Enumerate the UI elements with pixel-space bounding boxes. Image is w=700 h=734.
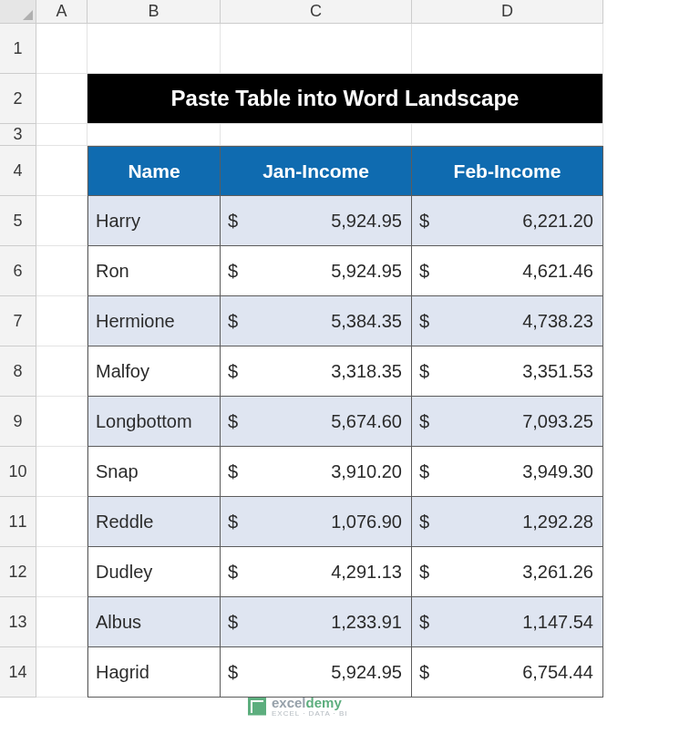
jan-value[interactable]: $3,318.35: [221, 346, 412, 397]
feb-value[interactable]: $3,949.30: [412, 447, 603, 497]
feb-value[interactable]: $7,093.25: [412, 397, 603, 447]
cell-a10[interactable]: [36, 447, 88, 497]
amount: 3,351.53: [522, 361, 593, 382]
cell-a8[interactable]: [36, 346, 88, 397]
col-header-name[interactable]: Name: [88, 146, 221, 196]
spreadsheet-grid: A B C D 1 2 Paste Table into Word Landsc…: [0, 0, 700, 698]
row-head-1[interactable]: 1: [0, 24, 36, 74]
currency-symbol: $: [228, 562, 238, 583]
amount: 6,221.20: [522, 211, 593, 232]
table-row[interactable]: Ron: [88, 246, 221, 296]
col-head-d[interactable]: D: [412, 0, 603, 24]
name-value: Longbottom: [96, 411, 192, 432]
amount: 1,233.91: [331, 612, 402, 633]
row-head-5[interactable]: 5: [0, 196, 36, 246]
table-row[interactable]: Hagrid: [88, 647, 221, 698]
amount: 1,292.28: [522, 512, 593, 532]
currency-symbol: $: [419, 562, 429, 583]
row-head-2[interactable]: 2: [0, 74, 36, 124]
col-head-a[interactable]: A: [36, 0, 88, 24]
feb-value[interactable]: $1,292.28: [412, 497, 603, 547]
table-row[interactable]: Dudley: [88, 547, 221, 597]
cell-a7[interactable]: [36, 296, 88, 346]
currency-symbol: $: [419, 211, 429, 232]
currency-symbol: $: [228, 211, 238, 232]
feb-value[interactable]: $4,738.23: [412, 296, 603, 346]
amount: 1,147.54: [522, 612, 593, 633]
cell-a12[interactable]: [36, 547, 88, 597]
page-title[interactable]: Paste Table into Word Landscape: [88, 74, 603, 124]
row-head-6[interactable]: 6: [0, 246, 36, 296]
cell-a4[interactable]: [36, 146, 88, 196]
cell-a1[interactable]: [36, 24, 88, 74]
col-header-jan[interactable]: Jan-Income: [221, 146, 412, 196]
amount: 5,924.95: [331, 211, 402, 232]
table-row[interactable]: Longbottom: [88, 397, 221, 447]
currency-symbol: $: [419, 461, 429, 482]
col-head-c[interactable]: C: [221, 0, 412, 24]
jan-value[interactable]: $1,076.90: [221, 497, 412, 547]
table-row[interactable]: Albus: [88, 597, 221, 647]
currency-symbol: $: [419, 261, 429, 282]
jan-value[interactable]: $1,233.91: [221, 597, 412, 647]
col-head-b[interactable]: B: [88, 0, 221, 24]
cell-a3[interactable]: [36, 124, 88, 146]
amount: 4,738.23: [522, 311, 593, 332]
table-row[interactable]: Hermione: [88, 296, 221, 346]
feb-value[interactable]: $6,754.44: [412, 647, 603, 698]
cell-c3[interactable]: [221, 124, 412, 146]
feb-value[interactable]: $4,621.46: [412, 246, 603, 296]
row-head-4[interactable]: 4: [0, 146, 36, 196]
row-head-12[interactable]: 12: [0, 547, 36, 597]
row-head-11[interactable]: 11: [0, 497, 36, 547]
row-head-9[interactable]: 9: [0, 397, 36, 447]
jan-value[interactable]: $5,924.95: [221, 246, 412, 296]
row-head-10[interactable]: 10: [0, 447, 36, 497]
cell-a5[interactable]: [36, 196, 88, 246]
amount: 3,910.20: [331, 461, 402, 482]
name-value: Reddle: [96, 512, 153, 532]
cell-a9[interactable]: [36, 397, 88, 447]
jan-value[interactable]: $5,924.95: [221, 196, 412, 246]
currency-symbol: $: [228, 411, 238, 432]
cell-c1[interactable]: [221, 24, 412, 74]
currency-symbol: $: [228, 361, 238, 382]
feb-value[interactable]: $3,261.26: [412, 547, 603, 597]
feb-value[interactable]: $3,351.53: [412, 346, 603, 397]
select-all-corner[interactable]: [0, 0, 36, 24]
row-head-7[interactable]: 7: [0, 296, 36, 346]
jan-value[interactable]: $3,910.20: [221, 447, 412, 497]
row-head-8[interactable]: 8: [0, 346, 36, 397]
table-row[interactable]: Malfoy: [88, 346, 221, 397]
amount: 4,621.46: [522, 261, 593, 282]
cell-a2[interactable]: [36, 74, 88, 124]
name-value: Snap: [96, 461, 139, 482]
cell-a11[interactable]: [36, 497, 88, 547]
feb-value[interactable]: $6,221.20: [412, 196, 603, 246]
name-value: Ron: [96, 261, 129, 282]
jan-value[interactable]: $5,924.95: [221, 647, 412, 698]
cell-b1[interactable]: [88, 24, 221, 74]
row-head-3[interactable]: 3: [0, 124, 36, 146]
cell-d1[interactable]: [412, 24, 603, 74]
row-head-13[interactable]: 13: [0, 597, 36, 647]
jan-value[interactable]: $4,291.13: [221, 547, 412, 597]
cell-b3[interactable]: [88, 124, 221, 146]
amount: 3,949.30: [522, 461, 593, 482]
feb-value[interactable]: $1,147.54: [412, 597, 603, 647]
cell-a13[interactable]: [36, 597, 88, 647]
jan-value[interactable]: $5,384.35: [221, 296, 412, 346]
name-value: Harry: [96, 211, 140, 232]
table-row[interactable]: Harry: [88, 196, 221, 246]
cell-d3[interactable]: [412, 124, 603, 146]
amount: 5,384.35: [331, 311, 402, 332]
cell-a14[interactable]: [36, 647, 88, 698]
col-header-feb[interactable]: Feb-Income: [412, 146, 603, 196]
table-row[interactable]: Reddle: [88, 497, 221, 547]
amount: 5,674.60: [331, 411, 402, 432]
row-head-14[interactable]: 14: [0, 647, 36, 698]
currency-symbol: $: [419, 662, 429, 683]
jan-value[interactable]: $5,674.60: [221, 397, 412, 447]
table-row[interactable]: Snap: [88, 447, 221, 497]
cell-a6[interactable]: [36, 246, 88, 296]
